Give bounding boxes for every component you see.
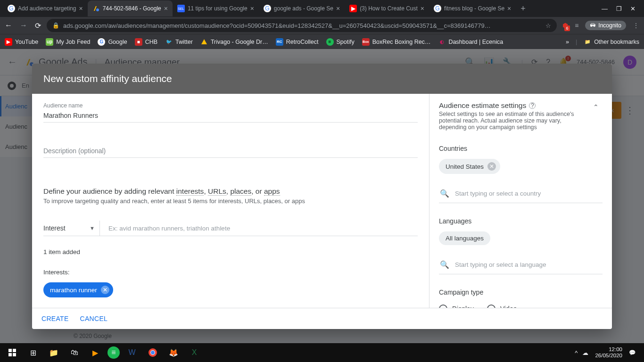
interest-type-select[interactable]: Interest ▼	[43, 221, 100, 236]
task-view-button[interactable]: ⊞	[25, 345, 41, 360]
search-icon: 🔍	[440, 189, 449, 198]
bookmark-spotify[interactable]: ≡Spotify	[326, 38, 355, 46]
bookmarks-bar: ▶YouTube upMy Job Feed GGoogle ■CHB 🐦Twi…	[0, 34, 644, 49]
windows-taskbar: ⊞ 📁 🛍 ▶ ≡ W 🦊 X ^ ☁ 12:00 26/05/2020 💬	[0, 343, 644, 362]
excel-button[interactable]: X	[186, 345, 203, 360]
radio-display[interactable]: Display	[439, 304, 474, 308]
remove-chip-button[interactable]: ✕	[101, 286, 109, 294]
audience-name-input[interactable]	[43, 109, 418, 123]
tab-5[interactable]: G fitness blog - Google Se ×	[429, 0, 516, 16]
taskbar-clock[interactable]: 12:00 26/05/2020	[595, 346, 622, 359]
address-bar[interactable]: 🔒 ads.google.com/aw/audiences/management…	[47, 19, 557, 32]
bookmark-retrocollect[interactable]: RCRetroCollect	[276, 38, 319, 46]
tab-title: fitness blog - Google Se	[444, 5, 504, 12]
dialog-left-panel: Audience name Define your audience by ad…	[32, 94, 429, 308]
new-tab-button[interactable]: +	[516, 4, 530, 14]
spotify-icon: ≡	[326, 38, 334, 46]
interest-chip-marathon: marathon runner ✕	[43, 282, 113, 297]
tray-onedrive-icon[interactable]: ☁	[582, 349, 588, 356]
retrocollect-icon: RC	[276, 38, 283, 46]
language-chip-all: All languages	[439, 231, 490, 245]
spotify-button[interactable]: ≡	[107, 346, 120, 359]
country-search-input[interactable]	[455, 190, 602, 197]
cancel-button[interactable]: CANCEL	[80, 315, 108, 322]
tab-1[interactable]: 744-502-5846 - Google ×	[88, 0, 173, 16]
bookmark-ecenica[interactable]: ◐Dashboard | Ecenica	[438, 38, 503, 46]
close-icon[interactable]: ×	[336, 5, 340, 12]
language-search-input[interactable]	[455, 261, 602, 268]
tab-title: 11 tips for using Google	[188, 5, 248, 12]
collapse-estimate-button[interactable]: ⌃	[589, 101, 603, 113]
ecenica-icon: ◐	[438, 38, 446, 46]
dialog-title: New custom affinity audience	[32, 64, 612, 94]
forward-button[interactable]: →	[20, 21, 27, 30]
close-icon[interactable]: ×	[507, 5, 511, 12]
incognito-icon: 🕶	[590, 22, 595, 29]
close-icon[interactable]: ×	[164, 5, 168, 12]
bookmark-chb[interactable]: ■CHB	[135, 38, 157, 46]
interest-input[interactable]	[108, 221, 418, 236]
google-icon: G	[98, 38, 105, 46]
country-search[interactable]: 🔍	[439, 184, 603, 203]
close-icon[interactable]: ×	[79, 5, 83, 12]
favicon-google-icon: G	[8, 5, 15, 12]
bookmarks-overflow-button[interactable]: »	[566, 39, 569, 45]
bookmark-boxrec[interactable]: BoxBoxRec Boxing Rec…	[362, 38, 431, 46]
tab-0[interactable]: G Add audience targeting ×	[3, 0, 88, 16]
incognito-label: Incognito	[598, 22, 621, 29]
create-button[interactable]: CREATE	[41, 315, 69, 322]
dialog-footer: CREATE CANCEL	[32, 308, 612, 329]
tab-2[interactable]: SEL 11 tips for using Google ×	[173, 0, 259, 16]
back-button[interactable]: ←	[5, 21, 12, 30]
browser-menu-button[interactable]: ⋮	[633, 22, 639, 29]
tray-chevron-up-icon[interactable]: ^	[575, 349, 578, 356]
language-search[interactable]: 🔍	[439, 255, 603, 274]
interests-heading: Interests:	[43, 269, 418, 276]
store-button[interactable]: 🛍	[66, 345, 83, 360]
close-icon[interactable]: ×	[421, 5, 424, 12]
window-controls: — ❐ ✕	[602, 5, 641, 12]
extension-ghostery-icon[interactable]: ⬢	[562, 22, 568, 29]
url-text: ads.google.com/aw/audiences/management/c…	[63, 22, 542, 29]
tab-4[interactable]: ▶ (3) How to Create Cust ×	[345, 0, 429, 16]
word-button[interactable]: W	[124, 345, 140, 360]
link-interests[interactable]: interests	[176, 187, 204, 196]
media-player-button[interactable]: ▶	[87, 345, 104, 360]
folder-icon: 📁	[584, 38, 591, 46]
svg-rect-2	[8, 349, 12, 352]
minimize-button[interactable]: —	[602, 5, 608, 12]
radio-video[interactable]: Video	[487, 304, 517, 308]
bookmark-jobfeed[interactable]: upMy Job Feed	[46, 38, 90, 46]
favicon-google-icon: G	[264, 5, 271, 12]
bookmark-twitter[interactable]: 🐦Twitter	[165, 38, 193, 46]
close-window-button[interactable]: ✕	[630, 5, 636, 12]
tab-title: 744-502-5846 - Google	[103, 5, 161, 12]
file-explorer-button[interactable]: 📁	[45, 345, 62, 360]
bookmark-youtube[interactable]: ▶YouTube	[5, 38, 38, 46]
twitter-icon: 🐦	[165, 38, 173, 46]
description-input[interactable]	[43, 144, 418, 158]
link-apps[interactable]: apps	[264, 187, 280, 196]
bookmark-google[interactable]: GGoogle	[98, 38, 127, 46]
remove-country-button[interactable]: ✕	[487, 162, 496, 171]
tab-title: Add audience targeting	[18, 5, 76, 12]
link-places[interactable]: places	[230, 187, 251, 196]
link-urls[interactable]: URLs	[208, 187, 226, 196]
incognito-badge: 🕶 Incognito	[585, 21, 626, 30]
reload-button[interactable]: ⟳	[35, 21, 41, 30]
bookmark-trivago[interactable]: Trivago - Google Dr…	[200, 38, 268, 46]
address-bar-row: ← → ⟳ 🔒 ads.google.com/aw/audiences/mana…	[0, 17, 644, 34]
custom-affinity-dialog: New custom affinity audience Audience na…	[32, 64, 612, 329]
favicon-youtube-icon: ▶	[349, 5, 357, 12]
help-icon[interactable]: ?	[529, 102, 536, 109]
chrome-button[interactable]	[144, 345, 161, 360]
other-bookmarks-button[interactable]: 📁Other bookmarks	[584, 38, 639, 46]
maximize-button[interactable]: ❐	[616, 5, 622, 12]
start-button[interactable]	[4, 345, 21, 360]
action-center-button[interactable]: 💬	[629, 349, 636, 356]
extension-reader-icon[interactable]: ≡	[575, 22, 578, 29]
gimp-button[interactable]: 🦊	[165, 345, 182, 360]
tab-3[interactable]: G google ads - Google Se ×	[259, 0, 345, 16]
star-icon[interactable]: ☆	[545, 22, 551, 29]
close-icon[interactable]: ×	[250, 5, 254, 12]
